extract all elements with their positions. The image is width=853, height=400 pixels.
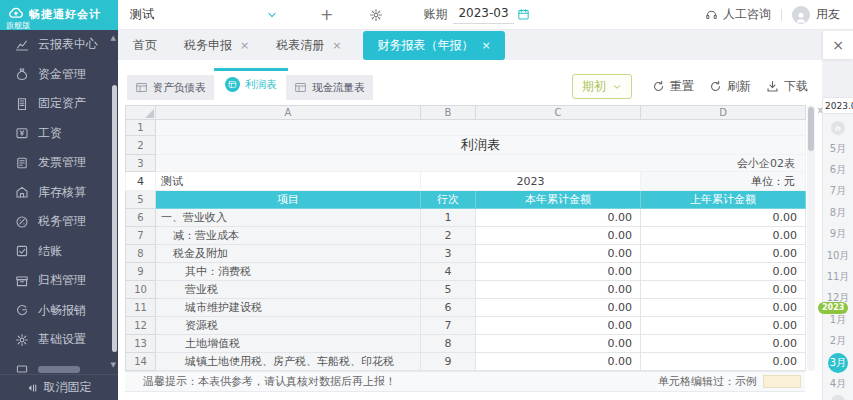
month-item[interactable]: 10月 — [823, 245, 853, 266]
row-number[interactable]: 10 — [126, 281, 156, 299]
tab-close-icon[interactable]: × — [332, 39, 341, 52]
account-name[interactable]: 测试 — [130, 6, 154, 23]
month-item-active[interactable]: 3月 — [823, 352, 853, 373]
sidebar-item[interactable]: 小畅报销 — [0, 296, 118, 326]
row-number[interactable]: 2 — [126, 136, 156, 155]
sidebar-item[interactable]: 资金管理 — [0, 60, 118, 90]
row-number[interactable]: 7 — [126, 227, 156, 245]
cell-item-label[interactable]: 税金及附加 — [156, 245, 421, 263]
header-item[interactable]: 项目 — [156, 191, 421, 209]
sidebar-item[interactable]: 云报表中心 — [0, 30, 118, 60]
support-link[interactable]: 人工咨询 — [723, 6, 771, 23]
sidebar-scroll-up-icon[interactable]: ▲ — [111, 35, 116, 42]
cell-current-amount[interactable]: 0.00 — [476, 335, 641, 353]
unit-cell[interactable]: 单位：元 — [641, 172, 806, 191]
cell-current-amount[interactable]: 0.00 — [476, 281, 641, 299]
user-avatar[interactable] — [792, 6, 810, 24]
row-number[interactable]: 9 — [126, 263, 156, 281]
cell-prior-amount[interactable]: 0.00 — [641, 281, 806, 299]
cell-item-label[interactable]: 土地增值税 — [156, 335, 421, 353]
cell-current-amount[interactable]: 0.00 — [476, 227, 641, 245]
close-tab-button[interactable]: × — [823, 31, 853, 59]
sidebar-item[interactable]: 发票管理 — [0, 148, 118, 178]
month-item[interactable]: 2月 — [823, 331, 853, 352]
month-item[interactable]: 7月 — [823, 181, 853, 202]
sidebar-item[interactable]: 税务管理 — [0, 207, 118, 237]
cell-prior-amount[interactable]: 0.00 — [641, 317, 806, 335]
tab-close-icon[interactable]: × — [481, 39, 490, 52]
row-number[interactable]: 5 — [126, 191, 156, 209]
cell-item-label[interactable]: 城市维护建设税 — [156, 299, 421, 317]
cell-current-amount[interactable]: 0.00 — [476, 245, 641, 263]
entity-cell[interactable]: 测试 — [156, 172, 421, 191]
row-number[interactable]: 1 — [126, 120, 156, 136]
cell-line-number[interactable]: 8 — [421, 335, 476, 353]
sidebar-item[interactable]: 库存核算 — [0, 178, 118, 208]
add-tab-button[interactable]: + — [320, 7, 333, 23]
blank-row-cell[interactable] — [156, 120, 806, 136]
main-tab[interactable]: 税务申报× — [184, 37, 249, 54]
cell-item-label[interactable]: 其中：消费税 — [156, 263, 421, 281]
subtab-active[interactable]: 利润表 — [214, 68, 288, 98]
months-scroll-up-icon[interactable] — [831, 121, 845, 135]
month-item[interactable]: 5月 — [823, 138, 853, 159]
main-tab[interactable]: 首页 — [133, 37, 157, 54]
cell-current-amount[interactable]: 0.00 — [476, 263, 641, 281]
cell-prior-amount[interactable]: 0.00 — [641, 299, 806, 317]
cell-line-number[interactable]: 3 — [421, 245, 476, 263]
cell-line-number[interactable]: 6 — [421, 299, 476, 317]
column-header-a[interactable]: A — [156, 106, 421, 120]
column-header-d[interactable]: D — [641, 106, 806, 120]
subtab[interactable]: 资产负债表 — [127, 75, 214, 100]
cell-item-label[interactable]: 一、营业收入 — [156, 209, 421, 227]
month-item[interactable]: 8月 — [823, 202, 853, 223]
sidebar-item[interactable]: 基础设置 — [0, 325, 118, 355]
column-header-b[interactable]: B — [421, 106, 476, 120]
header-line-no[interactable]: 行次 — [421, 191, 476, 209]
cell-prior-amount[interactable]: 0.00 — [641, 227, 806, 245]
refresh-button[interactable]: 刷新 — [709, 78, 751, 95]
account-chevron-down-icon[interactable] — [266, 9, 278, 21]
month-item[interactable]: 11月 — [823, 266, 853, 287]
row-number[interactable]: 13 — [126, 335, 156, 353]
cell-prior-amount[interactable]: 0.00 — [641, 335, 806, 353]
cell-item-label[interactable]: 营业税 — [156, 281, 421, 299]
cell-current-amount[interactable]: 0.00 — [476, 209, 641, 227]
current-period-label[interactable]: 2023.03 — [823, 97, 853, 114]
row-number[interactable]: 4 — [126, 172, 156, 191]
column-header-c[interactable]: C — [476, 106, 641, 120]
month-item[interactable]: 6月 — [823, 159, 853, 180]
main-tab-active[interactable]: 财务报表（年报）× — [363, 31, 504, 60]
settings-gear-icon[interactable] — [369, 8, 383, 22]
cell-current-amount[interactable]: 0.00 — [476, 317, 641, 335]
cell-prior-amount[interactable]: 0.00 — [641, 353, 806, 371]
app-logo[interactable]: 畅捷通好会计 旗舰版 — [0, 0, 118, 30]
cell-item-label[interactable]: 资源税 — [156, 317, 421, 335]
cell-line-number[interactable]: 4 — [421, 263, 476, 281]
row-number[interactable]: 11 — [126, 299, 156, 317]
row-number[interactable]: 12 — [126, 317, 156, 335]
month-item[interactable]: 4月 — [823, 373, 853, 394]
cell-prior-amount[interactable]: 0.00 — [641, 245, 806, 263]
cell-current-amount[interactable]: 0.00 — [476, 299, 641, 317]
reset-button[interactable]: 重置 — [652, 78, 694, 95]
row-number[interactable]: 6 — [126, 209, 156, 227]
calendar-icon[interactable] — [517, 8, 530, 21]
months-scroll-down-icon[interactable] — [831, 395, 845, 400]
month-item[interactable]: 1月2023 — [823, 309, 853, 330]
grid-scrollbar[interactable] — [807, 105, 815, 371]
cell-line-number[interactable]: 9 — [421, 353, 476, 371]
sidebar-item[interactable]: 归档管理 — [0, 266, 118, 296]
sidebar-scrollbar[interactable] — [112, 85, 117, 352]
sidebar-scroll-down-icon[interactable]: ▼ — [111, 362, 116, 369]
period-value[interactable]: 2023-03 — [453, 5, 513, 24]
grid-scrollbar-thumb[interactable] — [808, 107, 814, 151]
cell-line-number[interactable]: 5 — [421, 281, 476, 299]
header-current[interactable]: 本年累计金额 — [476, 191, 641, 209]
row-number[interactable]: 3 — [126, 155, 156, 172]
cell-prior-amount[interactable]: 0.00 — [641, 209, 806, 227]
cell-line-number[interactable]: 2 — [421, 227, 476, 245]
cell-item-label[interactable]: 城镇土地使用税、房产税、车船税、印花税 — [156, 353, 421, 371]
main-tab[interactable]: 税表清册× — [276, 37, 341, 54]
sidebar-item[interactable]: 工资 — [0, 119, 118, 149]
